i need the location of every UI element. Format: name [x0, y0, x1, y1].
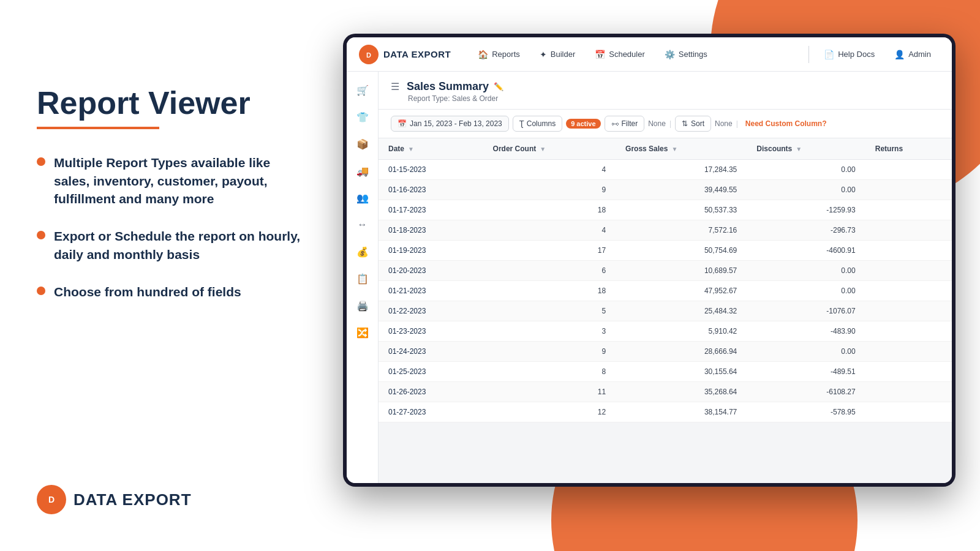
cell-gross-sales: 10,689.57: [616, 261, 747, 281]
filter-icon: ⧟: [611, 119, 619, 128]
heading-underline: [37, 127, 159, 129]
table-row[interactable]: 01-16-2023 9 39,449.55 0.00: [379, 180, 952, 200]
separator-2: |: [736, 119, 738, 128]
nav-link-admin[interactable]: 👤 Admin: [886, 46, 940, 63]
scheduler-icon: 📅: [595, 50, 605, 59]
col-header-date: Date ▼: [379, 138, 483, 160]
sort-button[interactable]: ⇅ Sort: [675, 116, 711, 132]
chevron-down-icon-discounts: ▼: [796, 146, 802, 152]
cell-date: 01-16-2023: [379, 180, 483, 200]
cell-date: 01-21-2023: [379, 281, 483, 301]
cell-gross-sales: 35,268.64: [616, 382, 747, 402]
sidebar-icon-apparel[interactable]: 👕: [352, 106, 374, 128]
sort-icon: ⇅: [682, 119, 688, 128]
sidebar-icon-reports[interactable]: 📋: [352, 268, 374, 290]
col-returns-label: Returns: [875, 144, 903, 153]
cell-gross-sales: 17,284.35: [616, 160, 747, 180]
report-title: Sales Summary: [407, 80, 489, 93]
chevron-down-icon-order-count: ▼: [540, 146, 546, 152]
cell-returns: [865, 261, 952, 281]
tablet-inner: D DATA EXPORT 🏠 Reports ✦ Builder: [347, 37, 952, 483]
cell-order-count: 12: [483, 402, 616, 422]
edit-icon[interactable]: ✏️: [494, 82, 503, 91]
cell-date: 01-18-2023: [379, 220, 483, 241]
report-table: Date ▼ Order Count ▼: [379, 138, 952, 422]
cell-gross-sales: 39,449.55: [616, 180, 747, 200]
bullet-item: Multiple Report Types available like sal…: [37, 154, 306, 208]
sidebar-icon-inventory[interactable]: 📦: [352, 133, 374, 155]
svg-text:D: D: [48, 495, 55, 504]
nav-help-label: Help Docs: [838, 50, 875, 59]
sidebar-icon-transfer[interactable]: ↔️: [352, 214, 374, 236]
table-row[interactable]: 01-26-2023 11 35,268.64 -6108.27: [379, 382, 952, 402]
table-row[interactable]: 01-19-2023 17 50,754.69 -4600.91: [379, 241, 952, 261]
table-body: 01-15-2023 4 17,284.35 0.00 01-16-2023 9…: [379, 160, 952, 422]
sidebar-icon-share[interactable]: 🔀: [352, 321, 374, 343]
bullet-dot: [37, 157, 45, 166]
cell-gross-sales: 38,154.77: [616, 402, 747, 422]
table-row[interactable]: 01-20-2023 6 10,689.57 0.00: [379, 261, 952, 281]
home-icon: 🏠: [478, 50, 488, 59]
nav-link-settings[interactable]: ⚙️ Settings: [656, 46, 716, 63]
table-row[interactable]: 01-18-2023 4 7,572.16 -296.73: [379, 220, 952, 241]
table-row[interactable]: 01-27-2023 12 38,154.77 -578.95: [379, 402, 952, 422]
cell-order-count: 3: [483, 321, 616, 342]
menu-icon[interactable]: ☰: [391, 81, 399, 92]
cell-date: 01-20-2023: [379, 261, 483, 281]
cell-order-count: 9: [483, 180, 616, 200]
cell-discounts: 0.00: [747, 180, 865, 200]
custom-column-link[interactable]: Need Custom Column?: [745, 119, 827, 128]
table-row[interactable]: 01-15-2023 4 17,284.35 0.00: [379, 160, 952, 180]
table-row[interactable]: 01-24-2023 9 28,666.94 0.00: [379, 342, 952, 362]
cell-order-count: 18: [483, 281, 616, 301]
sidebar-icon-print[interactable]: 🖨️: [352, 294, 374, 317]
builder-icon: ✦: [540, 50, 547, 59]
nav-reports-label: Reports: [492, 50, 520, 59]
cell-returns: [865, 281, 952, 301]
sidebar-icon-customers[interactable]: 👥: [352, 187, 374, 209]
cell-date: 01-22-2023: [379, 301, 483, 321]
nav-link-reports[interactable]: 🏠 Reports: [469, 46, 529, 63]
table-header-row: Date ▼ Order Count ▼: [379, 138, 952, 160]
nav-divider: [809, 46, 809, 63]
columns-button[interactable]: Ʈ Columns: [513, 116, 562, 132]
cell-returns: [865, 402, 952, 422]
admin-icon: 👤: [894, 50, 905, 59]
columns-label: Columns: [527, 119, 556, 128]
cell-returns: [865, 160, 952, 180]
sidebar-icon-cart[interactable]: 🛒: [352, 79, 374, 101]
cell-gross-sales: 47,952.67: [616, 281, 747, 301]
bottom-logo: D DATA EXPORT: [37, 485, 306, 514]
nav-link-scheduler[interactable]: 📅 Scheduler: [586, 46, 654, 63]
cell-gross-sales: 25,484.32: [616, 301, 747, 321]
sidebar-icon-payout[interactable]: 💰: [352, 241, 374, 263]
cell-gross-sales: 28,666.94: [616, 342, 747, 362]
table-row[interactable]: 01-23-2023 3 5,910.42 -483.90: [379, 321, 952, 342]
table-row[interactable]: 01-25-2023 8 30,155.64 -489.51: [379, 362, 952, 382]
cell-returns: [865, 180, 952, 200]
cell-returns: [865, 301, 952, 321]
cell-discounts: 0.00: [747, 160, 865, 180]
cell-returns: [865, 382, 952, 402]
left-content: Report Viewer Multiple Report Types avai…: [37, 86, 306, 301]
filter-button[interactable]: ⧟ Filter: [605, 116, 645, 132]
table-row[interactable]: 01-22-2023 5 25,484.32 -1076.07: [379, 301, 952, 321]
bullet-text: Export or Schedule the report on hourly,…: [54, 227, 306, 263]
date-range-button[interactable]: 📅 Jan 15, 2023 - Feb 13, 2023: [391, 116, 509, 132]
table-head: Date ▼ Order Count ▼: [379, 138, 952, 160]
cell-returns: [865, 220, 952, 241]
nav-logo-icon: D: [359, 45, 379, 64]
settings-icon: ⚙️: [665, 50, 675, 59]
cell-discounts: -6108.27: [747, 382, 865, 402]
help-icon: 📄: [824, 50, 834, 59]
sidebar-icon-shipping[interactable]: 🚚: [352, 160, 374, 182]
report-title-row: ☰ Sales Summary ✏️: [391, 80, 940, 93]
bullet-dot: [37, 231, 45, 239]
table-row[interactable]: 01-17-2023 18 50,537.33 -1259.93: [379, 200, 952, 220]
nav-builder-label: Builder: [551, 50, 575, 59]
cell-returns: [865, 321, 952, 342]
cell-returns: [865, 342, 952, 362]
table-row[interactable]: 01-21-2023 18 47,952.67 0.00: [379, 281, 952, 301]
nav-link-builder[interactable]: ✦ Builder: [531, 46, 584, 63]
nav-link-help[interactable]: 📄 Help Docs: [815, 46, 883, 63]
